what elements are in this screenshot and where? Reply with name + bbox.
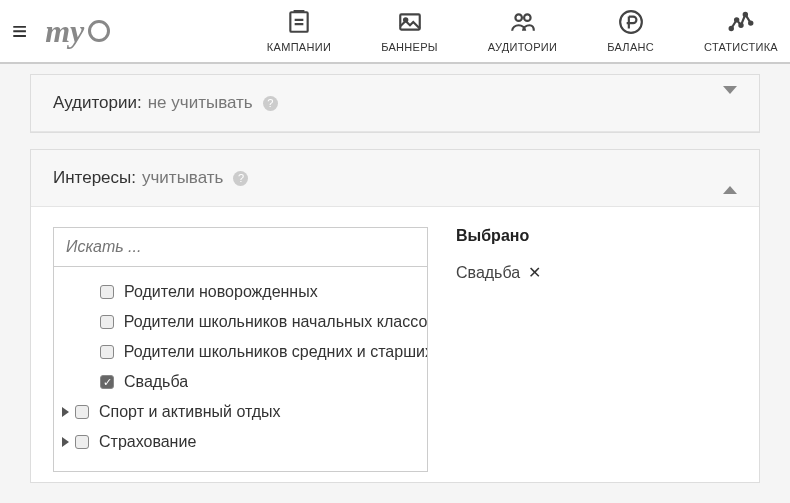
panel-audiences: Аудитории: не учитывать ? <box>30 74 760 133</box>
nav-banners[interactable]: БАННЕРЫ <box>381 9 438 53</box>
chevron-down-icon <box>723 94 737 112</box>
tree-item[interactable]: Родители новорожденных <box>54 277 427 307</box>
tree-label: Родители школьников средних и старших <box>124 343 427 361</box>
menu-icon[interactable]: ≡ <box>12 16 27 47</box>
checkbox-unchecked[interactable] <box>100 315 114 329</box>
help-icon[interactable]: ? <box>263 96 278 111</box>
close-icon[interactable]: ✕ <box>528 263 541 282</box>
balance-icon <box>618 9 644 35</box>
svg-point-9 <box>744 13 747 16</box>
tree-column: Родители новорожденных Родители школьник… <box>53 227 428 472</box>
logo[interactable]: my <box>45 13 110 50</box>
panel-interests: Интересы: учитывать ? Родители новорожде… <box>30 149 760 483</box>
panel-title: Интересы: <box>53 168 136 188</box>
main-nav: КАМПАНИИ БАННЕРЫ АУДИТОРИИ БАЛАНС СТАТИС… <box>267 9 778 53</box>
tree-label: Родители школьников начальных классов <box>124 313 427 331</box>
stats-icon <box>728 9 754 35</box>
panel-value: учитывать <box>142 168 223 188</box>
panel-header-interests[interactable]: Интересы: учитывать ? <box>31 150 759 207</box>
audiences-icon <box>510 9 536 35</box>
banners-icon <box>397 9 423 35</box>
nav-label: КАМПАНИИ <box>267 41 331 53</box>
tree-item[interactable]: ✓ Свадьба <box>54 367 427 397</box>
logo-text: my <box>45 13 84 50</box>
panel-body-interests: Родители новорожденных Родители школьник… <box>31 207 759 482</box>
checkbox-unchecked[interactable] <box>75 405 89 419</box>
nav-stats[interactable]: СТАТИСТИКА <box>704 9 778 53</box>
svg-point-8 <box>739 24 742 27</box>
selected-title: Выбрано <box>456 227 737 245</box>
checkbox-checked[interactable]: ✓ <box>100 375 114 389</box>
tree-group[interactable]: Страхование <box>54 427 427 457</box>
chevron-up-icon <box>723 169 737 187</box>
selected-column: Выбрано Свадьба ✕ <box>428 227 737 472</box>
nav-label: СТАТИСТИКА <box>704 41 778 53</box>
panel-value: не учитывать <box>148 93 253 113</box>
selected-item-label: Свадьба <box>456 264 520 282</box>
help-icon[interactable]: ? <box>233 171 248 186</box>
panel-header-audiences[interactable]: Аудитории: не учитывать ? <box>31 75 759 132</box>
tree-item[interactable]: Родители школьников начальных классов <box>54 307 427 337</box>
tree-group[interactable]: Спорт и активный отдых <box>54 397 427 427</box>
nav-label: БАЛАНС <box>607 41 654 53</box>
nav-balance[interactable]: БАЛАНС <box>607 9 654 53</box>
nav-audiences[interactable]: АУДИТОРИИ <box>488 9 557 53</box>
svg-point-3 <box>515 14 522 21</box>
tree-label: Страхование <box>99 433 196 451</box>
tree-label: Родители новорожденных <box>124 283 318 301</box>
nav-campaigns[interactable]: КАМПАНИИ <box>267 9 331 53</box>
caret-right-icon[interactable] <box>62 407 69 417</box>
svg-point-6 <box>730 27 733 30</box>
content: Аудитории: не учитывать ? Интересы: учит… <box>0 64 790 503</box>
target-icon <box>88 20 110 42</box>
search-input[interactable] <box>53 227 428 267</box>
svg-point-7 <box>735 18 738 21</box>
nav-label: АУДИТОРИИ <box>488 41 557 53</box>
svg-point-4 <box>524 14 531 21</box>
tree-item[interactable]: Родители школьников средних и старших <box>54 337 427 367</box>
caret-right-icon[interactable] <box>62 437 69 447</box>
tree-label: Свадьба <box>124 373 188 391</box>
panel-title: Аудитории: <box>53 93 142 113</box>
checkbox-unchecked[interactable] <box>100 345 114 359</box>
svg-point-10 <box>749 21 752 24</box>
tree-label: Спорт и активный отдых <box>99 403 281 421</box>
nav-label: БАННЕРЫ <box>381 41 438 53</box>
topbar: ≡ my КАМПАНИИ БАННЕРЫ АУДИТОРИИ <box>0 0 790 64</box>
interest-tree[interactable]: Родители новорожденных Родители школьник… <box>53 267 428 472</box>
checkbox-unchecked[interactable] <box>75 435 89 449</box>
checkbox-unchecked[interactable] <box>100 285 114 299</box>
svg-rect-0 <box>290 12 307 32</box>
selected-item: Свадьба ✕ <box>456 263 737 282</box>
campaigns-icon <box>286 9 312 35</box>
tree-inner: Родители новорожденных Родители школьник… <box>54 267 427 467</box>
